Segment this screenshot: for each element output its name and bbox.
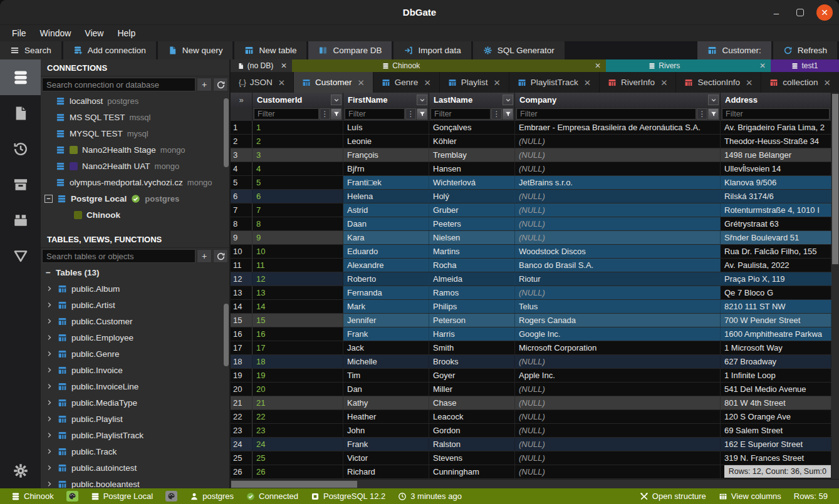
status-chinook[interactable]: Chinook bbox=[5, 491, 60, 501]
cell-firstname[interactable]: Helena bbox=[343, 190, 429, 203]
close-tab-icon[interactable]: ✕ bbox=[595, 61, 601, 70]
cell-firstname[interactable]: Leonie bbox=[343, 135, 429, 148]
table-item[interactable]: public.Employee bbox=[41, 329, 229, 346]
cell-lastname[interactable]: Rocha bbox=[429, 259, 515, 272]
cell-company[interactable]: Microsoft Corporation bbox=[515, 341, 721, 354]
add-table-small-button[interactable]: + bbox=[197, 249, 212, 263]
toolbar-refresh-button[interactable]: Refresh bbox=[773, 41, 837, 59]
close-tab-icon[interactable]: ✕ bbox=[493, 78, 500, 88]
cell-address[interactable]: Praça Pio X, 119 bbox=[721, 272, 831, 285]
cell-firstname[interactable]: Franti□ek bbox=[343, 176, 429, 189]
cell-customerid[interactable]: 17 bbox=[253, 341, 343, 354]
db-tab-rivers[interactable]: Rivers✕ bbox=[606, 59, 771, 72]
collapse-icon[interactable]: − bbox=[44, 195, 53, 203]
cell-lastname[interactable]: Cunningham bbox=[429, 465, 515, 478]
cell-company[interactable]: (NULL) bbox=[515, 396, 721, 409]
status-chip[interactable] bbox=[60, 491, 85, 501]
close-tab-icon[interactable]: ✕ bbox=[584, 78, 591, 88]
close-tab-icon[interactable]: ✕ bbox=[278, 78, 285, 88]
menu-item-file[interactable]: File bbox=[5, 27, 33, 39]
tables-group[interactable]: − Tables (13) bbox=[41, 264, 229, 280]
cell-firstname[interactable]: Fernanda bbox=[343, 286, 429, 299]
tab-playlisttrack[interactable]: PlaylistTrack✕ bbox=[509, 72, 600, 93]
cell-address[interactable]: 1 Microsoft Way bbox=[721, 341, 831, 354]
filter-input-address[interactable] bbox=[722, 108, 830, 120]
tab-riverinfo[interactable]: RiverInfo✕ bbox=[600, 72, 676, 93]
refresh-connections-button[interactable] bbox=[213, 78, 228, 91]
chevron-right-icon[interactable] bbox=[46, 464, 53, 471]
cell-firstname[interactable]: Alexandre bbox=[343, 259, 429, 272]
filter-input-company[interactable] bbox=[516, 108, 696, 120]
status-connected[interactable]: Connected bbox=[240, 491, 305, 501]
cell-company[interactable]: Google Inc. bbox=[515, 327, 721, 341]
cell-customerid[interactable]: 4 bbox=[253, 162, 343, 175]
cell-address[interactable]: Av. Paulista, 2022 bbox=[721, 259, 831, 272]
row-number[interactable]: 9 bbox=[231, 231, 253, 244]
row-number[interactable]: 5 bbox=[231, 176, 253, 189]
row-number[interactable]: 13 bbox=[231, 286, 253, 299]
menu-item-window[interactable]: Window bbox=[33, 27, 78, 39]
cell-company[interactable]: (NULL) bbox=[515, 355, 721, 368]
cell-company[interactable]: Banco do Brasil S.A. bbox=[515, 259, 721, 272]
cell-company[interactable]: (NULL) bbox=[515, 148, 721, 162]
filter-menu-button[interactable]: ⋮ bbox=[320, 108, 330, 120]
cell-customerid[interactable]: 14 bbox=[253, 300, 343, 313]
grid-horizontal-scrollbar[interactable] bbox=[231, 479, 839, 488]
table-item[interactable]: public.Invoice bbox=[41, 362, 229, 378]
cell-address[interactable]: 69 Salem Street bbox=[721, 424, 831, 437]
cell-customerid[interactable]: 26 bbox=[253, 465, 343, 478]
table-item[interactable]: public.autoinctest bbox=[41, 460, 229, 476]
cell-firstname[interactable]: Frank bbox=[343, 327, 429, 341]
cell-company[interactable]: (NULL) bbox=[515, 231, 721, 244]
cell-lastname[interactable]: Hansen bbox=[429, 162, 515, 175]
scrollbar-thumb[interactable] bbox=[231, 481, 357, 488]
cell-customerid[interactable]: 9 bbox=[253, 231, 343, 244]
filter-funnel-button[interactable] bbox=[503, 108, 513, 120]
filter-menu-button[interactable]: ⋮ bbox=[405, 108, 416, 120]
cell-customerid[interactable]: 8 bbox=[253, 217, 343, 230]
row-number[interactable]: 6 bbox=[231, 190, 253, 203]
row-number[interactable]: 4 bbox=[231, 162, 253, 175]
cell-firstname[interactable]: Heather bbox=[343, 410, 429, 423]
cell-company[interactable]: (NULL) bbox=[515, 190, 721, 203]
cell-address[interactable]: Av. Brigadeiro Faria Lima, 2 bbox=[721, 121, 831, 134]
connection-item[interactable]: −Postgre Localpostgres bbox=[41, 190, 229, 207]
cell-firstname[interactable]: Jack bbox=[343, 341, 429, 354]
cell-company[interactable]: JetBrains s.r.o. bbox=[515, 176, 721, 189]
row-number[interactable]: 17 bbox=[231, 341, 253, 354]
close-tab-icon[interactable]: ✕ bbox=[746, 78, 753, 88]
cell-company[interactable]: Apple Inc. bbox=[515, 369, 721, 382]
cell-firstname[interactable]: John bbox=[343, 424, 429, 437]
cell-company[interactable]: (NULL) bbox=[515, 217, 721, 230]
column-dropdown-button[interactable] bbox=[331, 95, 341, 105]
db-tab--no-db-[interactable]: (no DB)✕ bbox=[231, 59, 292, 72]
close-tab-icon[interactable]: ✕ bbox=[281, 61, 287, 70]
scrollbar-thumb[interactable] bbox=[832, 94, 838, 264]
cell-address[interactable]: 1600 Amphitheatre Parkwa bbox=[721, 327, 831, 341]
cell-address[interactable]: Rua Dr. Falcão Filho, 155 bbox=[721, 245, 831, 258]
cell-address[interactable]: Klanova 9/506 bbox=[721, 176, 831, 189]
filter-menu-button[interactable]: ⋮ bbox=[697, 108, 707, 120]
cell-lastname[interactable]: Chase bbox=[429, 396, 515, 409]
cell-lastname[interactable]: Leacock bbox=[429, 410, 515, 423]
cell-firstname[interactable]: Luís bbox=[343, 121, 429, 134]
expand-columns-button[interactable]: » bbox=[231, 93, 253, 107]
connection-item[interactable]: olympus-medportal.vychozi.czmongo bbox=[41, 174, 229, 190]
table-item[interactable]: public.Genre bbox=[41, 346, 229, 362]
cell-company[interactable]: Rogers Canada bbox=[515, 314, 721, 327]
column-dropdown-button[interactable] bbox=[503, 95, 513, 105]
cell-lastname[interactable]: Stevens bbox=[429, 451, 515, 465]
sidebar-settings-button[interactable] bbox=[0, 453, 41, 488]
tab-customer[interactable]: Customer✕ bbox=[294, 72, 373, 93]
cell-lastname[interactable]: Holý bbox=[429, 190, 515, 203]
menu-item-view[interactable]: View bbox=[78, 27, 110, 39]
status-postgre-local[interactable]: Postgre Local bbox=[85, 491, 160, 501]
chevron-right-icon[interactable] bbox=[46, 480, 53, 488]
status-rows-59[interactable]: Rows: 59 bbox=[788, 491, 834, 501]
chevron-right-icon[interactable] bbox=[46, 334, 53, 341]
close-tab-icon[interactable]: ✕ bbox=[660, 78, 667, 88]
cell-lastname[interactable]: Gordon bbox=[429, 424, 515, 437]
chevron-right-icon[interactable] bbox=[46, 350, 53, 357]
row-number[interactable]: 3 bbox=[231, 148, 253, 162]
cell-lastname[interactable]: Wichterlová bbox=[429, 176, 515, 189]
